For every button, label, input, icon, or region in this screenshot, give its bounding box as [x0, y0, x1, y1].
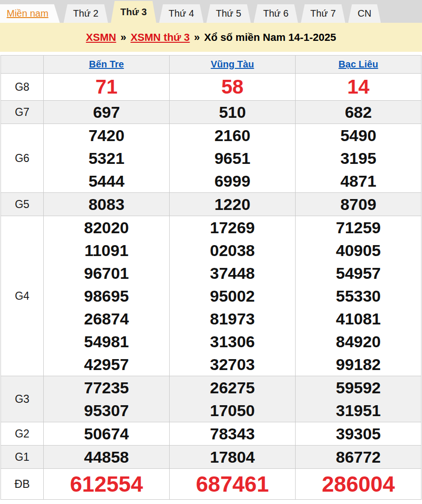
prize-row-g6: G6742053215444216096516999549031954871 — [1, 124, 422, 193]
tab-thu-4[interactable]: Thứ 4 — [159, 4, 203, 23]
prize-number: 95002 — [170, 285, 295, 307]
prize-cell: 697 — [44, 101, 170, 124]
breadcrumb-current: Xổ số miền Nam 14-1-2025 — [204, 31, 336, 44]
tab-thu-6[interactable]: Thứ 6 — [254, 4, 298, 23]
prize-row-g5: G5808312208709 — [1, 193, 422, 216]
prize-row-g1: G1448581780486772 — [1, 446, 422, 469]
prize-cell: 71 — [44, 74, 170, 101]
prize-number: 42957 — [44, 353, 169, 376]
results-table-wrap: Bến TreVũng TàuBạc Liêu G8715814G7697510… — [0, 55, 422, 500]
prize-cell: 86772 — [296, 446, 422, 469]
prize-number: 86772 — [296, 446, 421, 468]
province-link-ben-tre[interactable]: Bến Tre — [89, 59, 124, 69]
prize-number: 50674 — [44, 422, 169, 445]
prize-label: G6 — [1, 124, 44, 193]
prize-label: G3 — [1, 376, 44, 422]
tab-thu-5[interactable]: Thứ 5 — [206, 4, 250, 23]
prize-number: 37448 — [170, 262, 295, 285]
prize-cell: 612554 — [44, 469, 170, 500]
prize-cell: 50674 — [44, 422, 170, 446]
prize-cell: 17804 — [170, 446, 296, 469]
weekday-tabbar: Miền nam Thứ 2Thứ 3Thứ 4Thứ 5Thứ 6Thứ 7C… — [0, 0, 422, 23]
prize-cell: 2627517050 — [170, 376, 296, 422]
tab-thu-2[interactable]: Thứ 2 — [64, 4, 108, 23]
prize-number: 687461 — [170, 469, 295, 499]
province-link-vung-tau[interactable]: Vũng Tàu — [211, 59, 254, 69]
prize-label: G4 — [1, 216, 44, 376]
breadcrumb-link-xsmn-thu-3[interactable]: XSMN thứ 3 — [131, 31, 190, 44]
prize-row-g4: G482020110919670198695268745498142957172… — [1, 216, 422, 376]
breadcrumb: XSMN » XSMN thứ 3 » Xổ số miền Nam 14-1-… — [0, 23, 422, 52]
prize-number: 697 — [44, 101, 169, 124]
prize-row-đb: ĐB612554687461286004 — [1, 469, 422, 500]
prize-cell: 17269020383744895002819733130632703 — [170, 216, 296, 376]
prize-number: 612554 — [44, 469, 169, 499]
breadcrumb-link-xsmn[interactable]: XSMN — [86, 31, 116, 44]
weekday-tabs: Thứ 2Thứ 3Thứ 4Thứ 5Thứ 6Thứ 7CN — [64, 1, 384, 23]
prize-number: 17269 — [170, 216, 295, 239]
tab-thu-7[interactable]: Thứ 7 — [301, 4, 345, 23]
province-header-vung-tau: Vũng Tàu — [170, 56, 296, 74]
prize-label: G7 — [1, 101, 44, 124]
prize-number: 82020 — [44, 216, 169, 239]
tab-mien-nam[interactable]: Miền nam — [0, 4, 60, 23]
prize-cell: 78343 — [170, 422, 296, 446]
prize-row-g8: G8715814 — [1, 74, 422, 101]
prize-number: 95307 — [44, 399, 169, 422]
prize-number: 39305 — [296, 422, 421, 445]
prize-number: 58 — [170, 74, 295, 100]
prize-number: 286004 — [296, 469, 421, 499]
prize-number: 7420 — [44, 124, 169, 147]
prize-number: 54981 — [44, 330, 169, 353]
prize-number: 510 — [170, 101, 295, 124]
prize-number: 11091 — [44, 239, 169, 262]
prize-cell: 44858 — [44, 446, 170, 469]
prize-number: 17804 — [170, 446, 295, 468]
tab-thu-3[interactable]: Thứ 3 — [111, 1, 156, 23]
prize-cell: 8709 — [296, 193, 422, 216]
prize-cell: 510 — [170, 101, 296, 124]
province-header-bac-lieu: Bạc Liêu — [296, 56, 422, 74]
prize-number: 40905 — [296, 239, 421, 262]
prize-number: 55330 — [296, 285, 421, 307]
prize-cell: 1220 — [170, 193, 296, 216]
prize-number: 17050 — [170, 399, 295, 422]
prize-number: 8709 — [296, 193, 421, 216]
prize-number: 1220 — [170, 193, 295, 216]
prize-number: 44858 — [44, 446, 169, 468]
prize-number: 99182 — [296, 353, 421, 376]
tab-cn[interactable]: CN — [348, 4, 381, 23]
prize-number: 31306 — [170, 330, 295, 353]
lottery-results-page: Miền nam Thứ 2Thứ 3Thứ 4Thứ 5Thứ 6Thứ 7C… — [0, 0, 422, 504]
prize-number: 77235 — [44, 376, 169, 399]
prize-row-g7: G7697510682 — [1, 101, 422, 124]
prize-label: G2 — [1, 422, 44, 446]
prize-label: G8 — [1, 74, 44, 101]
prize-cell: 216096516999 — [170, 124, 296, 193]
prize-cell: 682 — [296, 101, 422, 124]
prize-cell: 71259409055495755330410818492099182 — [296, 216, 422, 376]
prize-number: 14 — [296, 74, 421, 100]
prize-cell: 687461 — [170, 469, 296, 500]
prize-number: 31951 — [296, 399, 421, 422]
prize-number: 78343 — [170, 422, 295, 445]
prize-cell: 82020110919670198695268745498142957 — [44, 216, 170, 376]
prize-number: 6999 — [170, 170, 295, 192]
prize-number: 8083 — [44, 193, 169, 216]
prize-number: 9651 — [170, 147, 295, 170]
prize-number: 4871 — [296, 170, 421, 192]
prize-number: 81973 — [170, 307, 295, 330]
prize-number: 682 — [296, 101, 421, 124]
prize-cell: 5959231951 — [296, 376, 422, 422]
breadcrumb-separator: » — [120, 31, 126, 44]
prize-number: 5321 — [44, 147, 169, 170]
prize-number: 84920 — [296, 330, 421, 353]
prize-number: 32703 — [170, 353, 295, 376]
prize-number: 2160 — [170, 124, 295, 147]
province-header-row: Bến TreVũng TàuBạc Liêu — [1, 56, 422, 74]
prize-number: 98695 — [44, 285, 169, 307]
results-table-body: G8715814G7697510682G67420532154442160965… — [1, 74, 422, 500]
breadcrumb-separator: » — [194, 31, 200, 44]
province-link-bac-lieu[interactable]: Bạc Liêu — [338, 59, 378, 69]
prize-row-g3: G3772359530726275170505959231951 — [1, 376, 422, 422]
